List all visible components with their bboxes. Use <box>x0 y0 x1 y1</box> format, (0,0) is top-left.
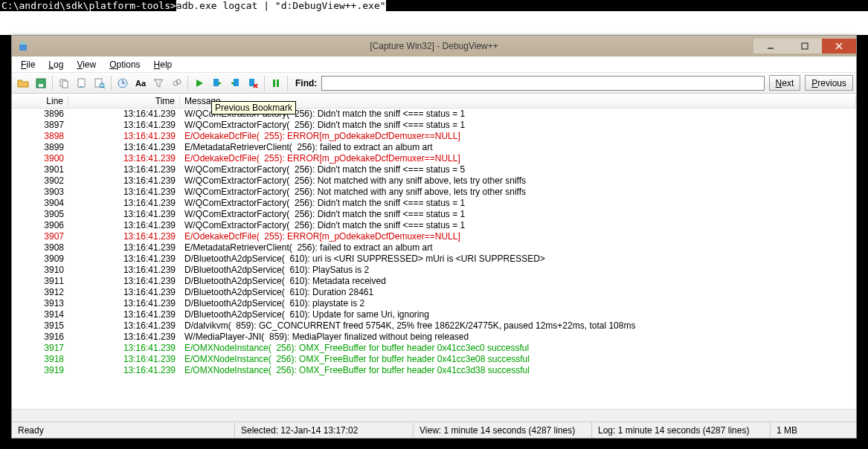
cmd-highlighted: adb.exe logcat | "d:DebugView++.exe" <box>176 0 386 11</box>
cmd-prefix: C:\android\sdk\platform-tools> <box>1 0 176 11</box>
command-prompt-line: C:\android\sdk\platform-tools>adb.exe lo… <box>0 0 868 11</box>
